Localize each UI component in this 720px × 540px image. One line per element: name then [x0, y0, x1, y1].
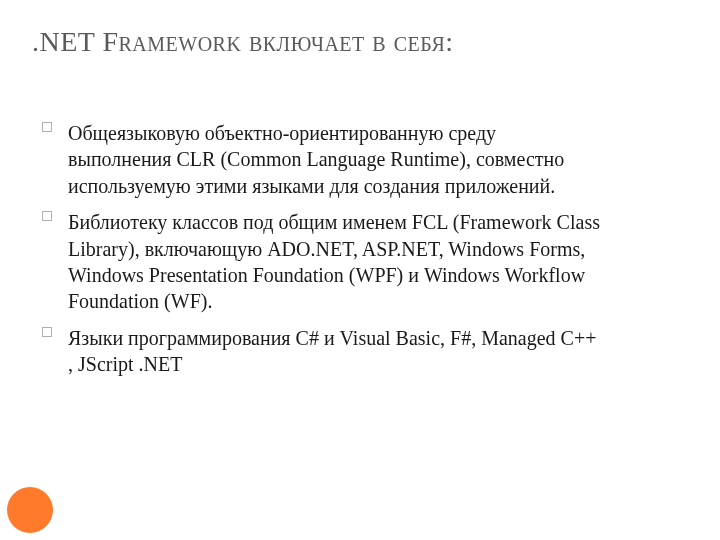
list-item: Общеязыковую объектно-ориентированную ср… [42, 120, 602, 199]
square-bullet-icon [42, 122, 52, 132]
square-bullet-icon [42, 327, 52, 337]
list-item: Библиотеку классов под общим именем FCL … [42, 209, 602, 315]
slide-title: .NET Framework включает в себя: [32, 26, 454, 58]
orange-circle-decoration [7, 487, 53, 533]
list-item: Языки программирования C# и Visual Basic… [42, 325, 602, 378]
list-item-text: Библиотеку классов под общим именем FCL … [68, 211, 600, 312]
list-item-text: Общеязыковую объектно-ориентированную ср… [68, 122, 564, 197]
slide-body: Общеязыковую объектно-ориентированную ср… [42, 120, 602, 388]
square-bullet-icon [42, 211, 52, 221]
slide: .NET Framework включает в себя: Общеязык… [0, 0, 720, 540]
list-item-text: Языки программирования C# и Visual Basic… [68, 327, 597, 375]
